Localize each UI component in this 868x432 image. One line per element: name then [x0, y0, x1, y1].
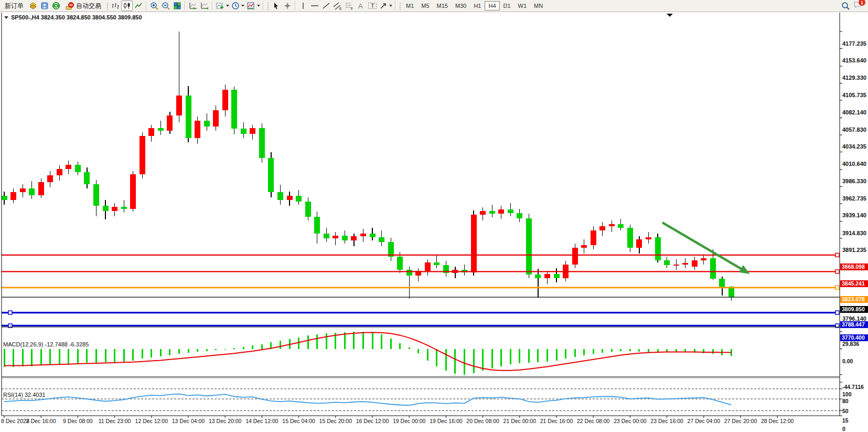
equidistant-channel-button[interactable]: E	[332, 1, 344, 11]
price-axis-tick-label: 3914.830	[842, 230, 866, 236]
candle-body	[471, 215, 477, 272]
line-handle[interactable]	[835, 311, 839, 314]
candle-body	[186, 96, 191, 138]
zoom-in-icon	[150, 2, 159, 10]
cursor-button[interactable]	[270, 1, 282, 11]
search-icon[interactable]	[841, 2, 850, 10]
notifications-button[interactable]: 1	[853, 1, 863, 11]
candle-body	[84, 172, 90, 184]
cursor-arrow-icon	[272, 2, 280, 10]
text-icon: A	[357, 2, 365, 10]
timeframe-button-h1[interactable]: H1	[470, 1, 485, 10]
channel-icon: E	[333, 2, 342, 10]
candle-body	[268, 158, 274, 192]
fibonacci-button[interactable]: F	[344, 1, 355, 11]
text-button[interactable]: A	[355, 1, 367, 11]
svg-text:F: F	[351, 7, 353, 10]
rsi-indicator-label: RSI(14) 32.4031	[3, 392, 46, 398]
line-handle[interactable]	[835, 253, 839, 257]
candle-body	[103, 206, 109, 211]
candle-body	[342, 236, 348, 241]
trend-arrow-line[interactable]	[662, 223, 743, 270]
timeframe-button-m1[interactable]: M1	[402, 1, 417, 10]
time-axis-label: 23 Dec 16:00	[650, 418, 683, 424]
timeframe-button-m15[interactable]: M15	[433, 1, 452, 10]
signal-radar-icon	[52, 2, 60, 10]
templates-button[interactable]	[245, 1, 261, 11]
auto-trading-button[interactable]: 自动交易	[62, 1, 105, 11]
signals-button[interactable]	[50, 1, 62, 11]
candle-body	[599, 226, 605, 230]
time-axis-label: 19 Dec 16:00	[430, 418, 462, 424]
indicators-button[interactable]	[215, 1, 230, 11]
market-watch-button[interactable]	[27, 1, 39, 11]
timeframe-button-w1[interactable]: W1	[515, 1, 531, 10]
candle-body	[627, 228, 633, 248]
price-axis-tick-label: 4034.235	[842, 143, 866, 150]
timeframe-button-m5[interactable]: M5	[417, 1, 433, 10]
rsi-scale-label: 80	[842, 398, 849, 404]
macd-histogram-group	[4, 332, 731, 375]
candle-body	[397, 257, 403, 270]
chevron-down-icon	[241, 5, 244, 7]
candle-body	[38, 182, 44, 195]
bar-chart-button[interactable]	[110, 1, 121, 11]
candle-body	[241, 129, 247, 134]
periods-button[interactable]	[230, 1, 245, 11]
horizontal-line-button[interactable]	[309, 1, 320, 11]
candle-body	[489, 211, 495, 214]
auto-scroll-button[interactable]	[187, 1, 199, 11]
new-order-button[interactable]: 新订单	[1, 1, 27, 11]
candle-body	[93, 184, 99, 206]
tile-windows-icon	[173, 2, 181, 10]
candle-body	[692, 260, 698, 267]
candle-body	[112, 207, 117, 211]
main-toolbar: 新订单 自动交易	[0, 0, 868, 12]
zoom-out-button[interactable]	[160, 1, 172, 11]
candle-body	[406, 270, 412, 276]
chart-shift-button[interactable]	[199, 1, 210, 11]
candle-body	[158, 128, 164, 131]
line-handle[interactable]	[835, 286, 839, 289]
line-price-label: 3868.098	[840, 264, 868, 270]
toolbar-separator	[212, 1, 213, 10]
template-chart-icon	[247, 2, 255, 10]
vertical-line-icon	[300, 2, 306, 10]
auto-trading-icon	[66, 2, 74, 10]
trendline-button[interactable]	[320, 1, 332, 11]
line-chart-button[interactable]	[133, 1, 144, 11]
price-axis-tick-label: 4010.640	[842, 161, 866, 167]
timeframe-button-h4[interactable]: H4	[485, 1, 499, 10]
timeframe-button-d1[interactable]: D1	[500, 1, 515, 10]
trend-arrow-head[interactable]	[739, 265, 750, 274]
zoom-in-button[interactable]	[148, 1, 160, 11]
text-label-button[interactable]: T	[367, 1, 378, 11]
candle-body	[10, 192, 16, 200]
macd-indicator-label: MACD(12,26,9) -12.7488 -6.3285	[3, 341, 89, 347]
timeframe-button-m30[interactable]: M30	[452, 1, 470, 10]
svg-text:A: A	[358, 2, 363, 10]
profile-icon	[40, 2, 49, 10]
candle-body	[250, 128, 255, 134]
candle-body	[213, 110, 219, 126]
line-handle[interactable]	[835, 270, 839, 273]
arrows-button[interactable]	[378, 1, 393, 11]
time-axis-label: 15 Dec 04:00	[282, 418, 315, 424]
time-axis-label: 9 Dec 08:00	[63, 418, 93, 424]
price-chart-canvas[interactable]	[0, 12, 868, 432]
line-handle[interactable]	[8, 311, 12, 314]
candle-body	[195, 121, 200, 138]
tile-windows-button[interactable]	[172, 1, 183, 11]
candle-body	[591, 230, 596, 245]
candlestick-chart-button[interactable]	[121, 1, 133, 11]
candle-body	[710, 258, 716, 279]
navigator-button[interactable]	[39, 1, 50, 11]
chart-shift-marker[interactable]	[667, 14, 673, 17]
candle-body	[167, 115, 173, 131]
time-axis-label: 8 Dec 2022	[1, 418, 29, 424]
crosshair-button[interactable]	[282, 1, 293, 11]
time-axis-label: 27 Dec 20:00	[724, 418, 757, 424]
candle-body	[140, 136, 145, 174]
vertical-line-button[interactable]	[297, 1, 309, 11]
timeframe-button-mn[interactable]: MN	[530, 1, 546, 10]
